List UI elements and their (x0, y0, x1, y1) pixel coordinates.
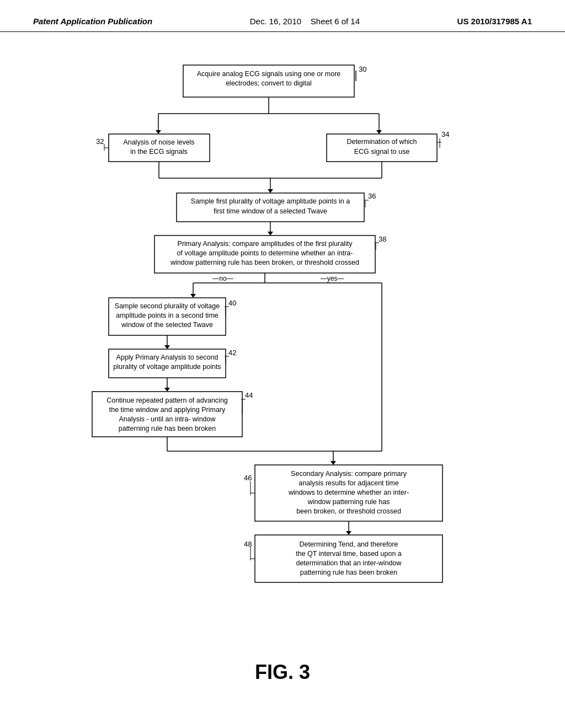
svg-text:—yes—: —yes— (321, 275, 344, 282)
svg-text:electrodes; convert to digital: electrodes; convert to digital (226, 79, 312, 87)
svg-text:amplitude points in a second t: amplitude points in a second time (116, 312, 218, 319)
svg-marker-35 (268, 232, 273, 235)
svg-text:patterning rule has been broke: patterning rule has been broken (119, 425, 216, 432)
svg-text:patterning rule has been broke: patterning rule has been broken (300, 569, 398, 576)
svg-marker-78 (331, 461, 336, 465)
svg-text:the QT interval time, based up: the QT interval time, based upon a (296, 550, 402, 558)
svg-text:window patterning rule has: window patterning rule has (307, 498, 390, 506)
svg-text:34: 34 (441, 130, 449, 138)
svg-text:plurality of voltage amplitude: plurality of voltage amplitude points (113, 363, 221, 371)
date-sheet-label: Dec. 16, 2010 Sheet 6 of 14 (250, 17, 360, 26)
svg-text:been broken, or threshold cros: been broken, or threshold crossed (296, 507, 401, 515)
page-header: Patent Application Publication Dec. 16, … (0, 0, 565, 32)
svg-text:40: 40 (228, 299, 236, 307)
svg-text:Secondary Analysis: compare pr: Secondary Analysis: compare primary (291, 470, 407, 478)
svg-text:Sample second plurality of vol: Sample second plurality of voltage (115, 302, 220, 310)
svg-text:—no—: —no— (212, 275, 233, 282)
svg-text:Analysis of noise levels: Analysis of noise levels (123, 138, 194, 146)
figure-title: FIG. 3 (0, 661, 565, 684)
svg-text:Analysis - until an intra- win: Analysis - until an intra- window (119, 415, 216, 423)
svg-text:42: 42 (228, 349, 236, 357)
svg-text:windows to determine whether a: windows to determine whether an inter- (288, 489, 409, 496)
svg-text:38: 38 (379, 235, 386, 243)
svg-marker-48 (190, 294, 196, 298)
svg-text:32: 32 (96, 137, 104, 146)
svg-text:window patterning rule has bee: window patterning rule has been broken, … (170, 259, 359, 266)
svg-marker-27 (268, 189, 273, 193)
svg-text:determination that an inter-wi: determination that an inter-window (296, 559, 402, 567)
svg-text:window of the selected Twave: window of the selected Twave (121, 321, 213, 329)
patent-number: US 2010/317985 A1 (457, 17, 532, 26)
flowchart: Acquire analog ECG signals using one or … (56, 54, 509, 639)
svg-text:Apply Primary Analysis to seco: Apply Primary Analysis to second (116, 354, 218, 361)
svg-text:Continue repeated pattern of a: Continue repeated pattern of advancing (106, 397, 228, 404)
svg-text:first time window of a selecte: first time window of a selected Twave (214, 207, 327, 215)
svg-text:Determination of which: Determination of which (347, 138, 417, 146)
svg-text:46: 46 (244, 474, 252, 482)
svg-marker-65 (164, 388, 170, 392)
svg-marker-89 (346, 531, 351, 535)
svg-text:30: 30 (359, 65, 366, 73)
svg-text:ECG signal to use: ECG signal to use (354, 148, 410, 156)
svg-marker-8 (156, 130, 161, 134)
svg-text:Acquire analog ECG signals usi: Acquire analog ECG signals using one or … (197, 70, 341, 78)
svg-text:Sample first plurality of volt: Sample first plurality of voltage amplit… (191, 197, 350, 205)
svg-text:the time window and applying P: the time window and applying Primary (109, 406, 226, 414)
svg-text:Determining Tend, and therefor: Determining Tend, and therefore (299, 540, 398, 548)
svg-marker-10 (376, 130, 382, 134)
publication-label: Patent Application Publication (33, 17, 152, 26)
svg-text:44: 44 (245, 391, 253, 399)
svg-text:analysis results for adjacent : analysis results for adjacent time (299, 479, 398, 487)
svg-text:of voltage amplitude points to: of voltage amplitude points to determine… (177, 249, 353, 257)
svg-text:36: 36 (368, 192, 376, 200)
svg-marker-57 (164, 345, 170, 349)
svg-text:in the ECG signals: in the ECG signals (130, 148, 188, 156)
patent-page: Patent Application Publication Dec. 16, … (0, 0, 565, 728)
svg-text:Primary Analysis: compare ampl: Primary Analysis: compare amplitudes of … (178, 240, 353, 248)
diagram-area: Acquire analog ECG signals using one or … (0, 49, 565, 644)
